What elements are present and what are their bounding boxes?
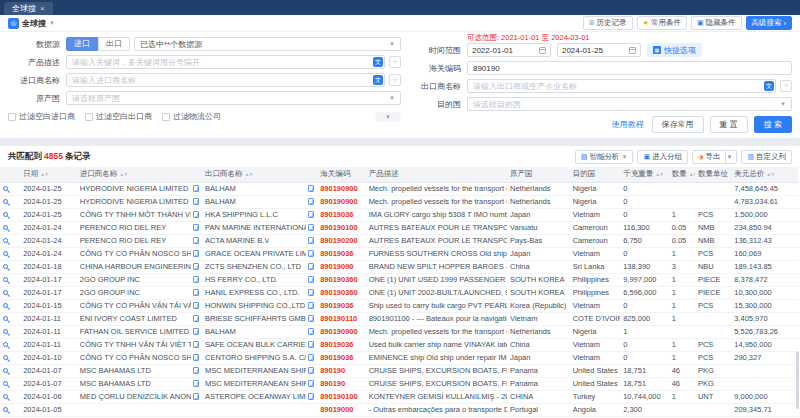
magnifier-icon[interactable] (3, 186, 8, 191)
magnifier-icon[interactable] (3, 368, 8, 373)
common-conditions-button[interactable]: ★常用条件 (637, 16, 687, 30)
copy-icon[interactable] (193, 380, 199, 387)
export-dropdown-button[interactable]: ▼ (722, 150, 737, 164)
magnifier-icon[interactable] (3, 355, 8, 360)
copy-icon[interactable] (308, 250, 314, 257)
copy-icon[interactable] (308, 276, 314, 283)
collapse-filters-button[interactable]: ▼ (375, 112, 401, 122)
magnifier-icon[interactable] (3, 290, 8, 295)
tutorial-link[interactable]: 使用教程 (612, 119, 644, 130)
copy-icon[interactable] (193, 328, 199, 335)
copy-icon[interactable] (308, 315, 314, 322)
copy-icon[interactable] (193, 367, 199, 374)
reset-button[interactable]: 重 置 (710, 116, 748, 133)
copy-icon[interactable] (308, 211, 314, 218)
magnifier-icon[interactable] (3, 303, 8, 308)
checkbox-icon[interactable] (162, 113, 170, 121)
date-to-input[interactable]: 2024-01-25 (557, 43, 641, 57)
copy-icon[interactable] (308, 185, 314, 192)
filter-checkbox-1[interactable]: 过滤空白出口商 (85, 111, 152, 122)
column-header-0[interactable]: 日期▲▼ (20, 167, 77, 182)
translate-icon[interactable]: 文 (373, 57, 383, 67)
copy-icon[interactable] (308, 328, 314, 335)
import-toggle[interactable]: 进口 (66, 37, 98, 51)
app-selector[interactable]: ◎ 全球搜 ▼ (8, 18, 55, 29)
column-header-2[interactable]: 出口商名称▲▼ (202, 167, 317, 182)
magnifier-icon[interactable] (3, 212, 8, 217)
translate-icon[interactable]: 文 (373, 75, 383, 85)
magnifier-icon[interactable] (3, 394, 8, 399)
copy-icon[interactable] (193, 341, 199, 348)
tab-close-icon[interactable]: × (40, 4, 45, 13)
column-header-10[interactable]: 美元总价▲▼ (731, 167, 798, 182)
copy-icon[interactable] (308, 237, 314, 244)
copy-icon[interactable] (193, 211, 199, 218)
column-header-1[interactable]: 进口商名称▲▼ (77, 167, 202, 182)
copy-icon[interactable] (193, 237, 199, 244)
date-from-input[interactable]: 2022-01-01 (467, 43, 551, 57)
save-common-button[interactable]: 保存常用 (652, 116, 704, 133)
checkbox-icon[interactable] (85, 113, 93, 121)
column-header-8[interactable]: 数量▲▼ (669, 167, 695, 182)
copy-icon[interactable] (193, 315, 199, 322)
importer-input[interactable] (66, 73, 385, 87)
magnifier-icon[interactable] (3, 225, 8, 230)
magnifier-icon[interactable] (3, 342, 8, 347)
copy-icon[interactable] (193, 250, 199, 257)
history-button[interactable]: ≣历史记录 (583, 16, 633, 30)
copy-icon[interactable] (193, 354, 199, 361)
copy-icon[interactable] (308, 224, 314, 231)
advanced-search-button[interactable]: 高级搜索› (746, 16, 793, 30)
magnifier-icon[interactable] (3, 251, 8, 256)
batch-input-icon[interactable]: ⁘ (389, 74, 401, 86)
hs-code-input[interactable] (467, 61, 792, 75)
copy-icon[interactable] (308, 380, 314, 387)
column-header-7[interactable]: 千克重量▲▼ (620, 167, 668, 182)
copy-icon[interactable] (308, 367, 314, 374)
magnifier-icon[interactable] (3, 407, 8, 412)
magnifier-icon[interactable] (3, 277, 8, 282)
copy-icon[interactable] (193, 185, 199, 192)
copy-icon[interactable] (193, 289, 199, 296)
vertical-scrollbar[interactable] (796, 351, 799, 409)
copy-icon[interactable] (193, 224, 199, 231)
hidden-conditions-button[interactable]: ▣隐藏条件 (691, 16, 742, 30)
dest-country-select[interactable]: 请选择目的国 ▼ (467, 97, 792, 111)
copy-icon[interactable] (308, 341, 314, 348)
quick-options-button[interactable]: ▦ 快捷选项 (647, 43, 702, 57)
magnifier-icon[interactable] (3, 381, 8, 386)
origin-country-select[interactable]: 请选择原产国 ▼ (66, 91, 401, 105)
copy-icon[interactable] (193, 393, 199, 400)
exporter-input[interactable] (467, 79, 776, 93)
batch-input-icon[interactable]: ⁘ (780, 80, 792, 92)
data-source-select[interactable]: 已选中**个数据源 ▼ (134, 37, 401, 51)
sort-icon[interactable]: ▲▼ (119, 171, 127, 177)
magnifier-icon[interactable] (3, 199, 8, 204)
sort-icon[interactable]: ▲▼ (245, 171, 253, 177)
copy-icon[interactable] (193, 276, 199, 283)
magnifier-icon[interactable] (3, 329, 8, 334)
enter-group-button[interactable]: ▣进入分组 (637, 150, 688, 164)
copy-icon[interactable] (308, 198, 314, 205)
copy-icon[interactable] (308, 354, 314, 361)
copy-icon[interactable] (308, 263, 314, 270)
sort-icon[interactable]: ▲▼ (689, 171, 695, 177)
sort-icon[interactable]: ▲▼ (40, 171, 48, 177)
export-button[interactable]: ⬗导出 (692, 150, 726, 164)
copy-icon[interactable] (308, 393, 314, 400)
sort-icon[interactable]: ▲▼ (655, 171, 663, 177)
search-button[interactable]: 搜 索 (754, 116, 792, 133)
tab-global-search[interactable]: 全球搜 × (4, 2, 53, 15)
copy-icon[interactable] (308, 302, 314, 309)
export-toggle[interactable]: 出口 (98, 37, 130, 51)
sort-icon[interactable]: ▲▼ (766, 171, 774, 177)
copy-icon[interactable] (193, 198, 199, 205)
batch-input-icon[interactable]: ⁘ (389, 56, 401, 68)
magnifier-icon[interactable] (3, 316, 8, 321)
magnifier-icon[interactable] (3, 238, 8, 243)
smart-analysis-button[interactable]: ▧智能分析▼ (575, 150, 634, 164)
filter-checkbox-2[interactable]: 过滤物流公司 (162, 111, 221, 122)
copy-icon[interactable] (308, 289, 314, 296)
filter-checkbox-0[interactable]: 过滤空白进口商 (8, 111, 75, 122)
custom-columns-button[interactable]: ▥自定义列 (741, 150, 792, 164)
